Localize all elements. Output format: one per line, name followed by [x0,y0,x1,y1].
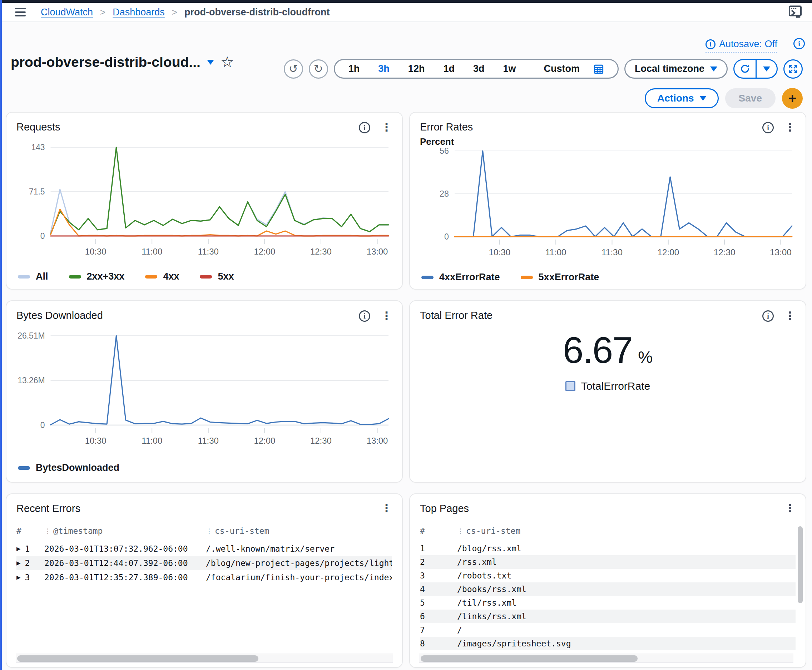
expand-row-icon[interactable]: ▶ [17,574,21,580]
chevron-right-icon: > [100,7,105,18]
range-1h[interactable]: 1h [339,63,369,74]
range-1d[interactable]: 1d [434,63,464,74]
legend-swatch [145,275,157,279]
error-rates-chart[interactable]: 5628010:3011:0011:3012:0012:3013:00 [420,148,795,260]
kebab-menu-icon[interactable]: ⋮ [785,503,795,513]
kebab-menu-icon[interactable]: ⋮ [785,123,795,133]
table-cell: ▶3 [17,573,44,582]
legend-item[interactable]: 4xxErrorRate [421,272,500,283]
refresh-options-button[interactable] [756,60,777,78]
stat-value: 6.67 % [563,329,653,371]
custom-label: Custom [534,63,589,74]
info-icon[interactable]: i [359,310,370,322]
legend-item[interactable]: All [18,271,48,282]
actions-button[interactable]: Actions [645,88,719,108]
kebab-menu-icon[interactable]: ⋮ [381,503,392,513]
table-header-row: #⋮@timestamp⋮cs-uri-stem [17,524,392,538]
table-cell: /images/spritesheet.svg [457,639,795,648]
favorite-star-icon[interactable]: ☆ [221,55,234,70]
table-row[interactable]: ▶32026-03-01T12:35:27.389-06:00/focalari… [17,570,392,585]
table-row[interactable]: 8/images/spritesheet.svg [420,637,795,650]
table-row[interactable]: ▶22026-03-01T12:44:07.392-06:00/blog/new… [17,556,392,570]
column-header[interactable]: ⋮cs-uri-stem [457,526,795,536]
legend-item[interactable]: 5xxErrorRate [521,272,599,283]
table-row[interactable]: 7/ [420,623,795,637]
save-button[interactable]: Save [725,88,775,108]
redo-icon: ↻ [314,63,323,74]
column-header[interactable]: ⋮cs-uri-stem [206,526,392,536]
requests-legend: All2xx+3xx4xx5xx [17,271,392,282]
expand-row-icon[interactable]: ▶ [17,560,21,566]
table-row[interactable]: 3/robots.txt [420,569,795,582]
calendar-icon [593,64,604,74]
bytes-downloaded-chart[interactable]: 26.51M13.26M010:3011:0011:3012:0012:3013… [17,325,392,448]
svg-text:12:00: 12:00 [254,436,275,445]
info-icon[interactable]: i [359,122,370,134]
column-header[interactable]: ⋮@timestamp [44,526,206,536]
column-header[interactable]: # [420,526,457,536]
breadcrumb-cloudwatch[interactable]: CloudWatch [41,7,93,18]
table-body: 1/blog/rss.xml2/rss.xml3/robots.txt4/boo… [420,541,795,662]
cloudshell-icon[interactable] [788,5,804,20]
range-1w[interactable]: 1w [493,63,525,74]
horizontal-scrollbar[interactable] [419,653,793,663]
range-3h-selected[interactable]: 3h [369,63,399,74]
legend-item[interactable]: BytesDownloaded [18,462,119,474]
table-row[interactable]: 5/til/rss.xml [420,596,795,609]
scrollbar-thumb[interactable] [420,655,638,662]
total-error-rate-legend[interactable]: TotalErrorRate [420,380,795,392]
table-row[interactable]: 4/books/rss.xml [420,582,795,596]
refresh-button[interactable] [734,60,756,78]
svg-text:12:00: 12:00 [254,247,275,256]
panel-title: Recent Errors [17,503,80,514]
requests-chart[interactable]: 14371.5010:3011:0011:3012:0012:3013:00 [17,135,392,259]
chevron-down-icon[interactable] [207,60,214,65]
breadcrumb-dashboards[interactable]: Dashboards [113,7,165,18]
kebab-menu-icon[interactable]: ⋮ [381,123,392,133]
redo-button[interactable]: ↻ [309,59,328,79]
scrollbar-thumb[interactable] [798,526,803,603]
info-icon[interactable]: i [793,38,805,49]
svg-text:10:30: 10:30 [489,247,511,257]
table-cell: 2026-03-01T12:35:27.389-06:00 [44,573,206,582]
undo-button[interactable]: ↺ [284,59,303,79]
kebab-menu-icon[interactable]: ⋮ [381,311,392,321]
drag-handle-icon[interactable]: ⋮ [457,527,464,535]
scrollbar-thumb[interactable] [17,655,258,662]
horizontal-scrollbar[interactable] [16,653,393,663]
range-custom[interactable]: Custom [525,63,613,74]
table-cell: 8 [420,639,457,648]
info-icon[interactable]: i [762,310,774,322]
info-icon: i [706,39,716,49]
legend-item[interactable]: 2xx+3xx [69,271,125,282]
fullscreen-button[interactable] [783,59,803,79]
legend-swatch [421,276,434,279]
range-12h[interactable]: 12h [399,63,434,74]
legend-swatch [566,381,576,391]
drag-handle-icon[interactable]: ⋮ [206,527,213,535]
table-row[interactable]: ▶12026-03-01T13:07:32.962-06:00/.well-kn… [17,541,392,556]
menu-icon[interactable] [15,8,26,17]
kebab-menu-icon[interactable]: ⋮ [785,311,795,321]
table-row[interactable]: 2/rss.xml [420,555,795,569]
timezone-dropdown[interactable]: Local timezone [625,59,728,79]
legend-item[interactable]: 5xx [200,271,234,282]
legend-item[interactable]: 4xx [145,271,179,282]
table-row[interactable]: 6/links/rss.xml [420,609,795,623]
expand-row-icon[interactable]: ▶ [17,546,21,552]
recent-errors-table: #⋮@timestamp⋮cs-uri-stem▶12026-03-01T13:… [17,524,392,585]
table-row[interactable]: 1/blog/rss.xml [420,541,795,555]
table-cell: 2026-03-01T13:07:32.962-06:00 [44,544,206,553]
range-3d[interactable]: 3d [464,63,494,74]
vertical-scrollbar[interactable] [798,524,803,668]
info-icon[interactable]: i [762,122,774,134]
autosave-toggle[interactable]: i Autosave: Off [706,39,777,53]
column-header[interactable]: # [17,526,44,536]
panel-title: Total Error Rate [420,310,493,321]
legend-label: TotalErrorRate [581,380,650,392]
drag-handle-icon[interactable]: ⋮ [44,527,51,535]
chevron-down-icon [710,66,717,71]
add-widget-button[interactable]: + [782,88,803,109]
dashboard-grid: Requests i ⋮ 14371.5010:3011:0011:3012:0… [6,112,806,668]
total-error-rate-unit: % [638,347,653,367]
